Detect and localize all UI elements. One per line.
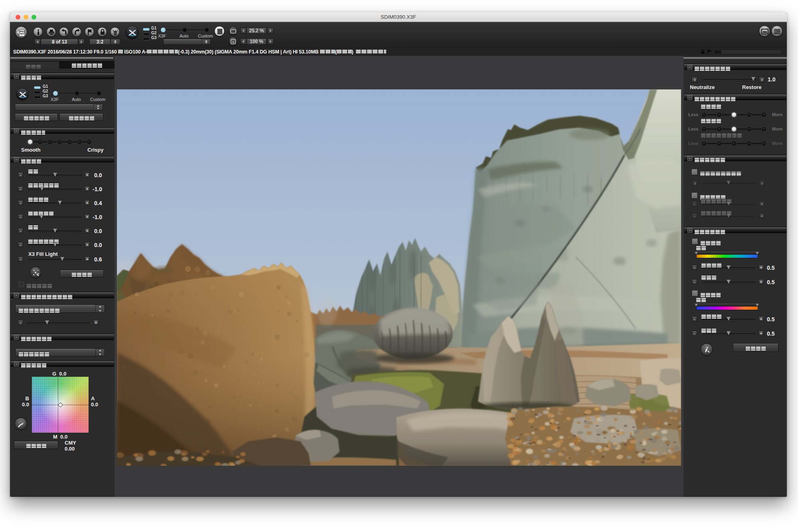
svg-text:S: S bbox=[232, 41, 234, 44]
svg-text:TIFF: TIFF bbox=[20, 33, 24, 35]
svg-text:JPEG: JPEG bbox=[19, 30, 25, 33]
